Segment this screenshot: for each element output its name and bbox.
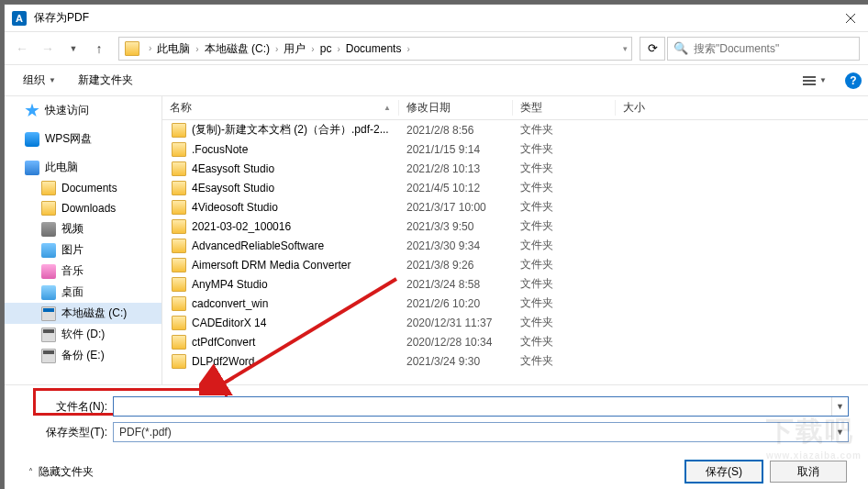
- file-row[interactable]: ctPdfConvert2020/12/28 10:34文件夹: [162, 332, 868, 351]
- file-row[interactable]: 4Videosoft Studio2021/3/17 10:00文件夹: [162, 197, 868, 217]
- close-button[interactable]: [829, 5, 868, 32]
- sidebar-item[interactable]: Downloads: [5, 198, 161, 218]
- file-name: AdvancedReliableSoftware: [192, 239, 399, 252]
- folder-icon: [125, 41, 139, 56]
- file-name: 4Videosoft Studio: [192, 201, 399, 214]
- file-date: 2021/2/8 10:13: [399, 162, 513, 175]
- breadcrumb-item[interactable]: 此电脑: [155, 42, 192, 55]
- file-name: cadconvert_win: [192, 297, 399, 310]
- chevron-down-icon[interactable]: ▼: [831, 423, 848, 441]
- col-size[interactable]: 大小: [616, 100, 689, 116]
- filename-input[interactable]: ▼: [113, 396, 849, 417]
- file-type: 文件夹: [513, 141, 616, 157]
- file-row[interactable]: cadconvert_win2021/2/6 10:20文件夹: [162, 294, 868, 313]
- filename-row: 文件名(N): ▼: [41, 396, 860, 417]
- folder-icon: [172, 335, 186, 350]
- sidebar-item-icon: [41, 243, 56, 258]
- chevron-right-icon: ›: [192, 44, 202, 54]
- history-dropdown[interactable]: ▼: [61, 37, 85, 61]
- file-type: 文件夹: [513, 199, 616, 215]
- filename-field[interactable]: [114, 400, 831, 413]
- organize-button[interactable]: 组织 ▼: [14, 69, 65, 92]
- file-date: 2021/3/30 9:34: [399, 239, 513, 252]
- sidebar-item[interactable]: 桌面: [5, 282, 161, 303]
- file-date: 2021/3/24 8:58: [399, 278, 513, 291]
- file-row[interactable]: AnyMP4 Studio2021/3/24 8:58文件夹: [162, 274, 868, 294]
- search-icon: 🔍: [668, 41, 694, 55]
- sidebar-item-label: 桌面: [61, 284, 83, 300]
- file-name: ctPdfConvert: [192, 336, 399, 349]
- sidebar-item-icon: [41, 201, 56, 216]
- file-date: 2020/12/31 11:37: [399, 317, 513, 329]
- hide-folders-button[interactable]: ˄ 隐藏文件夹: [28, 464, 94, 480]
- breadcrumb-item[interactable]: pc: [318, 42, 334, 55]
- file-type: 文件夹: [513, 353, 616, 369]
- file-type: 文件夹: [513, 295, 616, 311]
- breadcrumb[interactable]: › 此电脑›本地磁盘 (C:)›用户›pc›Documents› ▾: [118, 37, 632, 61]
- file-row[interactable]: AdvancedReliableSoftware2021/3/30 9:34文件…: [162, 236, 868, 255]
- file-name: (复制)-新建文本文档 (2)（合并）.pdf-2...: [192, 122, 399, 138]
- refresh-button[interactable]: ⟳: [640, 37, 665, 61]
- sidebar-item-icon: [41, 306, 56, 321]
- file-row[interactable]: 4Esaysoft Studio2021/4/5 10:12文件夹: [162, 178, 868, 197]
- file-row[interactable]: 4Easysoft Studio2021/2/8 10:13文件夹: [162, 159, 868, 178]
- sidebar-item[interactable]: 备份 (E:): [5, 345, 161, 366]
- file-row[interactable]: CADEditorX 142020/12/31 11:37文件夹: [162, 313, 868, 332]
- chevron-down-icon[interactable]: ▼: [831, 397, 848, 416]
- back-button[interactable]: ←: [10, 37, 34, 61]
- sidebar-item-label: WPS网盘: [45, 131, 92, 147]
- col-date[interactable]: 修改日期: [399, 100, 513, 116]
- breadcrumb-dropdown[interactable]: ▾: [619, 44, 631, 53]
- sidebar-item[interactable]: Documents: [5, 178, 161, 198]
- breadcrumb-item[interactable]: 本地磁盘 (C:): [203, 42, 272, 55]
- file-row[interactable]: (复制)-新建文本文档 (2)（合并）.pdf-2...2021/2/8 8:5…: [162, 120, 868, 139]
- breadcrumb-item[interactable]: 用户: [282, 42, 307, 55]
- action-row: ˄ 隐藏文件夹 保存(S) 取消: [16, 448, 860, 483]
- chevron-right-icon: ›: [333, 44, 343, 54]
- filetype-select[interactable]: PDF(*.pdf) ▼: [113, 422, 849, 442]
- file-type: 文件夹: [513, 315, 616, 330]
- file-list[interactable]: (复制)-新建文本文档 (2)（合并）.pdf-2...2021/2/8 8:5…: [162, 120, 868, 384]
- forward-button[interactable]: →: [36, 37, 60, 61]
- col-type[interactable]: 类型: [513, 100, 616, 116]
- file-row[interactable]: Aimersoft DRM Media Converter2021/3/8 9:…: [162, 255, 868, 274]
- save-button[interactable]: 保存(S): [685, 461, 762, 483]
- file-date: 2021/3/8 9:26: [399, 259, 513, 272]
- search-input[interactable]: [694, 42, 859, 55]
- folder-icon: [172, 354, 186, 369]
- file-date: 2021/2/8 8:56: [399, 124, 513, 137]
- file-row[interactable]: .FocusNote2021/1/15 9:14文件夹: [162, 139, 868, 159]
- view-button[interactable]: ▼: [799, 72, 830, 89]
- sidebar-item-icon: [41, 264, 56, 279]
- search-box[interactable]: 🔍: [667, 37, 860, 61]
- file-date: 2021/2/6 10:20: [399, 297, 513, 310]
- sidebar-item-icon: [41, 222, 56, 237]
- file-row[interactable]: 2021-03-02_1000162021/3/3 9:50文件夹: [162, 217, 868, 236]
- file-type: 文件夹: [513, 238, 616, 253]
- breadcrumb-item[interactable]: Documents: [344, 42, 404, 55]
- sidebar-item[interactable]: 本地磁盘 (C:): [5, 303, 161, 324]
- sidebar-item[interactable]: 音乐: [5, 261, 161, 282]
- sidebar-wps[interactable]: WPS网盘: [5, 128, 161, 150]
- sidebar-item-label: 备份 (E:): [61, 348, 105, 363]
- filetype-value: PDF(*.pdf): [114, 426, 831, 439]
- file-date: 2021/3/17 10:00: [399, 201, 513, 214]
- sidebar-item[interactable]: 图片: [5, 239, 161, 261]
- col-name[interactable]: 名称 ▲: [162, 100, 399, 116]
- up-button[interactable]: ↑: [87, 37, 111, 61]
- folder-icon: [172, 161, 186, 176]
- new-folder-button[interactable]: 新建文件夹: [69, 69, 142, 92]
- hide-folders-label: 隐藏文件夹: [39, 464, 94, 480]
- sidebar-quick-access[interactable]: 快速访问: [5, 100, 161, 121]
- sidebar-this-pc[interactable]: 此电脑: [5, 157, 161, 178]
- titlebar: A 保存为PDF: [5, 5, 868, 32]
- file-row[interactable]: DLPdf2Word2021/3/24 9:30文件夹: [162, 351, 868, 371]
- sidebar-item-label: 图片: [61, 242, 83, 258]
- file-type: 文件夹: [513, 276, 616, 292]
- file-date: 2021/3/24 9:30: [399, 355, 513, 368]
- folder-icon: [172, 239, 186, 253]
- help-button[interactable]: ?: [845, 72, 862, 89]
- sidebar-item[interactable]: 软件 (D:): [5, 324, 161, 345]
- cancel-button[interactable]: 取消: [770, 461, 847, 483]
- sidebar-item[interactable]: 视频: [5, 218, 161, 239]
